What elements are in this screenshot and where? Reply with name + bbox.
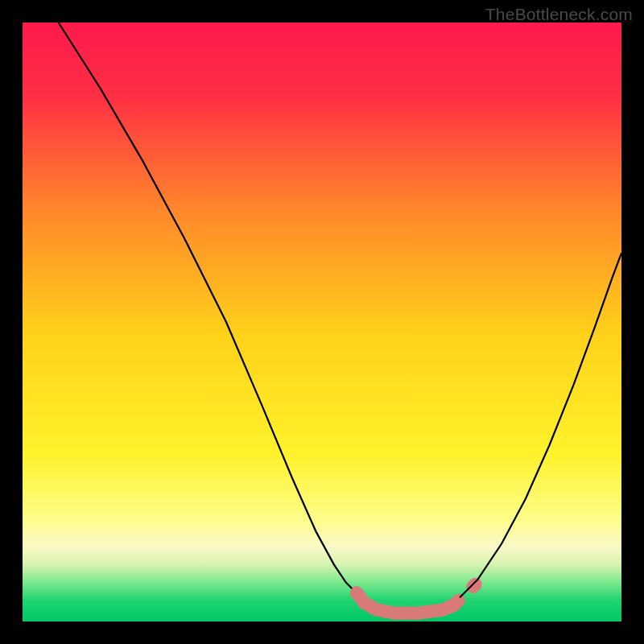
- series-right_curve: [460, 253, 621, 597]
- series-flat_segment_1: [357, 592, 458, 613]
- chart-frame: TheBottleneck.com: [0, 0, 644, 644]
- curves-layer: [23, 23, 621, 621]
- watermark-label: TheBottleneck.com: [485, 5, 633, 24]
- plot-area: [23, 23, 621, 621]
- series-left_curve: [59, 23, 355, 592]
